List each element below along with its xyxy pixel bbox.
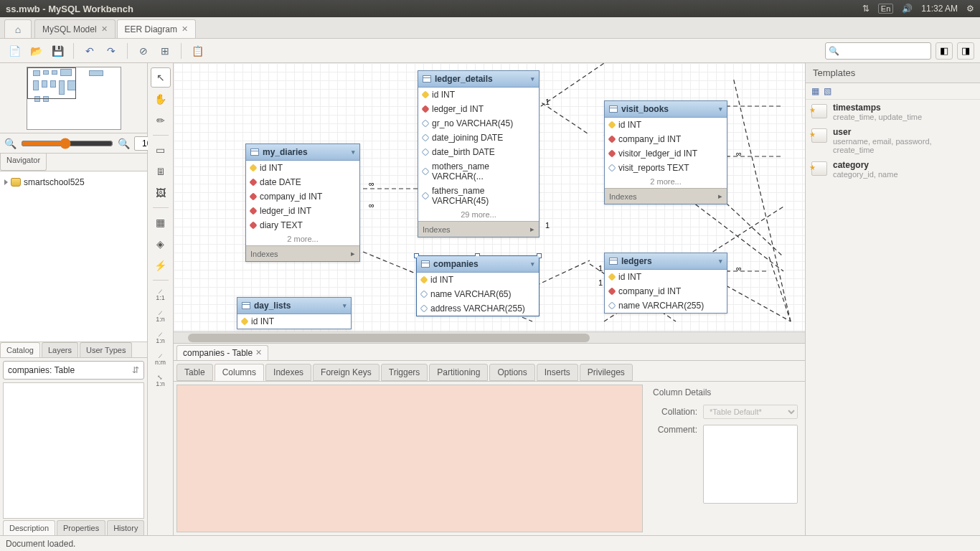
entity-my-diaries[interactable]: my_diaries ▾ id INT date DATE company_id… [245, 143, 360, 262]
rel-1-n-existing-tool[interactable]: ⤡1:n [151, 371, 171, 391]
save-button[interactable]: 💾 [49, 42, 66, 60]
rel-1-n-tool[interactable]: ⟋1:n [151, 306, 171, 326]
entity-column[interactable]: id INT [605, 270, 727, 284]
image-tool[interactable]: 🖼 [151, 183, 171, 203]
entity-column[interactable]: id INT [418, 88, 539, 102]
network-icon[interactable]: ⇅ [862, 4, 870, 14]
entity-column[interactable]: date_birth DATE [418, 145, 539, 159]
entity-more[interactable]: 2 more... [605, 175, 727, 188]
entity-column[interactable]: fathers_name VARCHAR(45) [418, 184, 539, 208]
eer-canvas[interactable]: ∞ ∞ 1 1 1 1 1 ∞ 1 ∞ my_diaries ▾ [174, 63, 805, 331]
collapse-icon[interactable]: ▾ [531, 260, 534, 268]
entity-column[interactable]: company_id INT [605, 132, 727, 146]
schema-tree[interactable]: smartschool525 [0, 171, 147, 342]
user-types-tab[interactable]: User Types [80, 342, 132, 357]
rel-1-n-id-tool[interactable]: ⟋1:n [151, 328, 171, 348]
new-file-button[interactable]: 📄 [6, 42, 23, 60]
subtab-columns[interactable]: Columns [215, 364, 264, 381]
subtab-options[interactable]: Options [489, 364, 534, 381]
collapse-icon[interactable]: ▾ [531, 75, 534, 83]
tab-eer-diagram[interactable]: EER Diagram ✕ [117, 19, 196, 38]
zoom-in-icon[interactable]: 🔍 [118, 138, 130, 149]
expand-arrow-icon[interactable] [4, 179, 8, 185]
entity-column[interactable]: date_joining DATE [418, 131, 539, 145]
entity-more[interactable]: 2 more... [246, 232, 359, 245]
entity-column[interactable]: id INT [246, 161, 359, 175]
collapse-icon[interactable]: ▾ [719, 258, 722, 265]
template-user[interactable]: user username, email, password, create_t… [806, 124, 980, 157]
subtab-indexes[interactable]: Indexes [265, 364, 311, 381]
entity-indexes-footer[interactable]: Indexes▸ [246, 245, 359, 261]
entity-column[interactable]: company_id INT [605, 284, 727, 298]
entity-header[interactable]: ledgers ▾ [605, 253, 727, 270]
entity-column[interactable]: gr_no VARCHAR(45) [418, 116, 539, 131]
entity-more[interactable]: 29 more... [418, 208, 539, 221]
zoom-slider[interactable] [21, 138, 113, 149]
layer-tool[interactable]: ▭ [151, 140, 171, 160]
comment-textarea[interactable] [703, 425, 798, 504]
entity-header[interactable]: my_diaries ▾ [246, 144, 359, 161]
template-timestamps[interactable]: timestamps create_time, update_time [806, 100, 980, 124]
catalog-tab[interactable]: Catalog [0, 342, 40, 357]
history-tab[interactable]: History [107, 520, 144, 535]
entity-column[interactable]: id INT [417, 273, 539, 287]
search-input[interactable] [839, 46, 928, 56]
collapse-icon[interactable]: ▾ [719, 105, 722, 113]
subtab-triggers[interactable]: Triggers [381, 364, 428, 381]
entity-companies[interactable]: companies ▾ id INT name VARCHAR(65) addr… [416, 255, 540, 316]
overview-minimap[interactable] [27, 67, 121, 130]
entity-column[interactable]: ledger_id INT [246, 204, 359, 218]
rel-1-1-tool[interactable]: ⟋1:1 [151, 285, 171, 305]
volume-icon[interactable]: 🔊 [902, 4, 913, 14]
collapse-icon[interactable]: ▾ [343, 302, 347, 309]
entity-ledgers[interactable]: ledgers ▾ id INT company_id INT name VAR… [604, 253, 727, 314]
subtab-foreign-keys[interactable]: Foreign Keys [313, 364, 380, 381]
rel-n-m-tool[interactable]: ⟋n:m [151, 349, 171, 369]
collapse-icon[interactable]: ▾ [352, 149, 355, 156]
entity-header[interactable]: ledger_details ▾ [418, 71, 539, 88]
diagram-overview[interactable] [0, 63, 147, 133]
entity-column[interactable]: visitor_ledger_id INT [605, 146, 727, 161]
entity-column[interactable]: date DATE [246, 175, 359, 189]
search-box[interactable]: 🔍 [825, 42, 931, 60]
zoom-out-icon[interactable]: 🔍 [4, 138, 17, 149]
entity-header[interactable]: companies ▾ [417, 256, 539, 273]
entity-visit-books[interactable]: visit_books ▾ id INT company_id INT visi… [604, 100, 727, 204]
layers-tab[interactable]: Layers [42, 342, 78, 357]
entity-column[interactable]: mothers_name VARCHAR(... [418, 159, 539, 184]
export-button[interactable]: 📋 [189, 42, 206, 60]
entity-indexes-footer[interactable]: Indexes▸ [418, 221, 539, 237]
language-indicator[interactable]: En [878, 4, 893, 14]
entity-column[interactable]: name VARCHAR(65) [417, 287, 539, 301]
redo-button[interactable]: ↷ [103, 42, 120, 60]
settings-gear-icon[interactable]: ⚙ [966, 4, 974, 14]
subtab-inserts[interactable]: Inserts [537, 364, 578, 381]
description-area[interactable] [3, 382, 144, 519]
subtab-partitioning[interactable]: Partitioning [429, 364, 488, 381]
toggle-panel-button-1[interactable]: ◧ [936, 42, 953, 60]
entity-column[interactable]: id INT [237, 314, 351, 329]
close-icon[interactable]: ✕ [101, 24, 108, 34]
system-clock[interactable]: 11:32 AM [921, 4, 958, 14]
canvas-horizontal-scrollbar[interactable] [174, 331, 805, 343]
entity-header[interactable]: day_lists ▾ [237, 298, 351, 314]
table-tool[interactable]: ▦ [151, 212, 171, 232]
collation-select[interactable]: *Table Default* [703, 405, 798, 419]
object-selector[interactable]: companies: Table ⇵ [3, 361, 144, 380]
entity-column[interactable]: diary TEXT [246, 218, 359, 232]
schema-tree-item[interactable]: smartschool525 [4, 176, 143, 189]
navigator-tab[interactable]: Navigator [0, 154, 47, 171]
grid-toggle-button[interactable]: ⊘ [135, 42, 152, 60]
entity-ledger-details[interactable]: ledger_details ▾ id INT ledger_id INT gr… [418, 70, 540, 237]
template-add-icon[interactable]: ▦ [811, 86, 819, 96]
columns-grid[interactable] [176, 385, 643, 532]
subtab-privileges[interactable]: Privileges [580, 364, 633, 381]
entity-column[interactable]: visit_reports TEXT [605, 161, 727, 175]
close-icon[interactable]: ✕ [255, 348, 262, 358]
hand-tool[interactable]: ✋ [151, 89, 171, 109]
template-category[interactable]: category category_id, name [806, 157, 980, 182]
note-tool[interactable]: 🗏 [151, 161, 171, 182]
view-tool[interactable]: ◈ [151, 234, 171, 254]
open-file-button[interactable]: 📂 [27, 42, 44, 60]
scrollbar-thumb[interactable] [188, 334, 590, 342]
